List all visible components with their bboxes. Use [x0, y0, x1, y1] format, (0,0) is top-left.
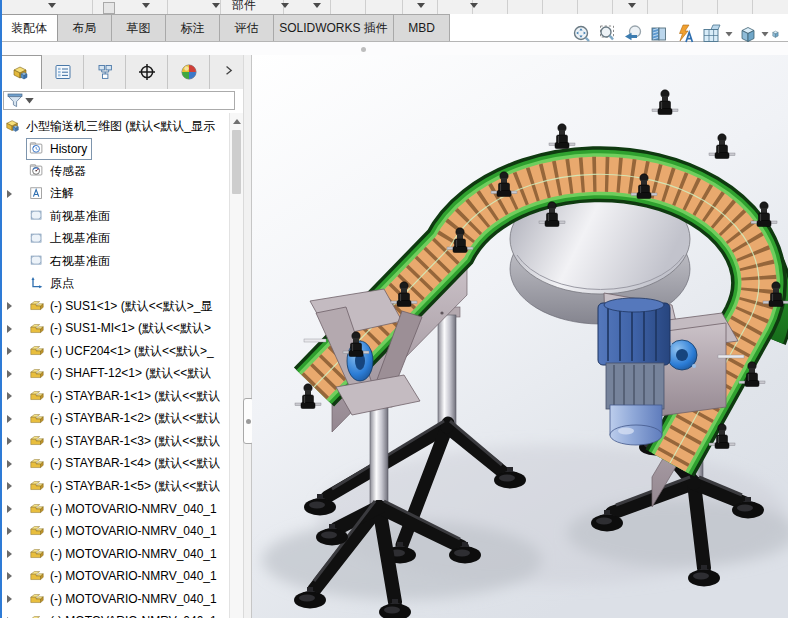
tree-item-content[interactable]: (-) UCF204<1> (默认<<默认>_ — [26, 340, 219, 362]
tree-item[interactable]: 传感器 — [0, 160, 230, 183]
section-view-button[interactable] — [646, 20, 672, 48]
expand-arrow-icon[interactable] — [7, 302, 12, 310]
tree-item[interactable]: (-) MOTOVARIO-NMRV_040_1 — [0, 610, 230, 618]
tree-item-content[interactable]: 小型输送机三维图 (默认<默认_显示 — [2, 115, 220, 137]
dropdown-caret-icon[interactable] — [628, 3, 636, 8]
conveyor-3d-scene[interactable] — [252, 55, 788, 618]
panel-tab-overflow[interactable] — [221, 55, 243, 89]
expand-arrow-icon[interactable] — [7, 370, 12, 378]
expand-arrow-icon[interactable] — [7, 572, 12, 580]
dropdown-caret-icon[interactable] — [48, 3, 56, 8]
tree-item[interactable]: (-) STAYBAR-1<2> (默认<<默认 — [0, 408, 230, 431]
tree-root-item[interactable]: 小型输送机三维图 (默认<默认_显示 — [0, 115, 230, 138]
previous-view-button[interactable] — [620, 20, 646, 48]
tree-item-content[interactable]: (-) MOTOVARIO-NMRV_040_1 — [26, 565, 222, 587]
tree-item-content[interactable]: (-) SUS1-MI<1> (默认<<默认> — [26, 318, 216, 340]
expand-arrow-icon[interactable] — [7, 550, 12, 558]
panel-tab-5[interactable] — [168, 55, 210, 89]
tree-item-content[interactable]: (-) SHAFT-12<1> (默认<<默认 — [26, 363, 216, 385]
tree-item[interactable]: (-) SHAFT-12<1> (默认<<默认 — [0, 363, 230, 386]
dropdown-caret-icon[interactable] — [417, 3, 425, 8]
tree-item-content[interactable]: (-) MOTOVARIO-NMRV_040_1 — [26, 543, 222, 565]
expand-arrow-icon[interactable] — [7, 347, 12, 355]
graphics-viewport[interactable] — [252, 55, 788, 618]
tree-item-content[interactable]: 前视基准面 — [26, 205, 115, 227]
clipped-toolbar-icon[interactable] — [103, 2, 115, 14]
ribbon-tab-7[interactable]: MBD — [393, 14, 450, 41]
tree-filter-input[interactable] — [3, 91, 235, 110]
panel-tab-2[interactable] — [42, 55, 84, 89]
tree-item-content[interactable]: 右视基准面 — [26, 250, 115, 272]
tree-item[interactable]: (-) MOTOVARIO-NMRV_040_1 — [0, 588, 230, 611]
component-button-label[interactable]: 部件 — [232, 0, 256, 14]
tree-item-content[interactable]: (-) STAYBAR-1<3> (默认<<默认 — [26, 430, 225, 452]
tree-item[interactable]: (-) MOTOVARIO-NMRV_040_1 — [0, 498, 230, 521]
ribbon-tab-1[interactable]: 装配体 — [0, 14, 58, 41]
tree-item-content[interactable]: History — [26, 138, 92, 160]
panel-splitter[interactable] — [243, 55, 252, 618]
expand-arrow-icon[interactable] — [7, 437, 12, 445]
expand-arrow-icon[interactable] — [7, 325, 12, 333]
tree-item-content[interactable]: 传感器 — [26, 160, 91, 182]
tree-item-content[interactable]: (-) STAYBAR-1<4> (默认<<默认 — [26, 453, 225, 475]
tree-item-content[interactable]: (-) MOTOVARIO-NMRV_040_1 — [26, 610, 222, 618]
tree-item[interactable]: (-) SUS1<1> (默认<<默认>_显 — [0, 295, 230, 318]
tree-item[interactable]: (-) STAYBAR-1<4> (默认<<默认 — [0, 453, 230, 476]
dropdown-caret-icon[interactable] — [281, 3, 289, 8]
tree-item-content[interactable]: 原点 — [26, 273, 79, 295]
tree-item[interactable]: (-) MOTOVARIO-NMRV_040_1 — [0, 520, 230, 543]
ribbon-tab-2[interactable]: 布局 — [57, 14, 112, 41]
tree-item[interactable]: (-) STAYBAR-1<1> (默认<<默认 — [0, 385, 230, 408]
tree-item-content[interactable]: (-) MOTOVARIO-NMRV_040_1 — [26, 498, 222, 520]
ribbon-tab-5[interactable]: 评估 — [219, 14, 274, 41]
ribbon-expand-handle[interactable] — [361, 47, 366, 52]
annotation-visibility-button[interactable] — [672, 20, 698, 48]
dropdown-caret-icon[interactable] — [212, 3, 220, 8]
tree-item[interactable]: 前视基准面 — [0, 205, 230, 228]
panel-tab-1[interactable] — [0, 55, 42, 89]
tree-item-content[interactable]: (-) STAYBAR-1<1> (默认<<默认 — [26, 385, 225, 407]
zoom-to-fit-button[interactable] — [568, 20, 594, 48]
tree-item-content[interactable]: (-) MOTOVARIO-NMRV_040_1 — [26, 520, 222, 542]
expand-arrow-icon[interactable] — [7, 505, 12, 513]
ribbon-tab-4[interactable]: 标注 — [165, 14, 220, 41]
dropdown-caret-icon[interactable] — [760, 20, 770, 48]
ribbon-tab-3[interactable]: 草图 — [111, 14, 166, 41]
tree-item[interactable]: (-) MOTOVARIO-NMRV_040_1 — [0, 565, 230, 588]
tree-item-content[interactable]: 上视基准面 — [26, 228, 115, 250]
scrollbar-up-arrow-icon[interactable] — [230, 115, 243, 127]
tree-item-content[interactable]: (-) SUS1<1> (默认<<默认>_显 — [26, 295, 217, 317]
tree-item[interactable]: 注解 — [0, 183, 230, 206]
expand-arrow-icon[interactable] — [7, 460, 12, 468]
expand-arrow-icon[interactable] — [7, 392, 12, 400]
scrollbar-thumb[interactable] — [232, 130, 241, 194]
panel-tab-4[interactable] — [126, 55, 168, 89]
clipped-edge-button[interactable] — [770, 20, 780, 48]
expand-arrow-icon[interactable] — [7, 527, 12, 535]
display-style-button[interactable] — [734, 20, 760, 48]
panel-tab-3[interactable] — [84, 55, 126, 89]
dropdown-caret-icon[interactable] — [470, 3, 478, 8]
tree-item[interactable]: (-) STAYBAR-1<3> (默认<<默认 — [0, 430, 230, 453]
tree-item[interactable]: (-) UCF204<1> (默认<<默认>_ — [0, 340, 230, 363]
tree-scrollbar[interactable] — [229, 113, 243, 618]
filter-dropdown-caret-icon[interactable] — [25, 98, 34, 104]
tree-item-content[interactable]: 注解 — [26, 183, 79, 205]
tree-item-content[interactable]: (-) STAYBAR-1<5> (默认<<默认 — [26, 475, 225, 497]
expand-arrow-icon[interactable] — [7, 415, 12, 423]
view-orientation-button[interactable] — [698, 20, 724, 48]
tree-item[interactable]: 上视基准面 — [0, 228, 230, 251]
tree-item[interactable]: 右视基准面 — [0, 250, 230, 273]
ribbon-tab-6[interactable]: SOLIDWORKS 插件 — [273, 14, 394, 41]
dropdown-caret-icon[interactable] — [313, 3, 321, 8]
tree-item[interactable]: (-) SUS1-MI<1> (默认<<默认> — [0, 318, 230, 341]
expand-arrow-icon[interactable] — [7, 482, 12, 490]
expand-arrow-icon[interactable] — [7, 190, 12, 198]
expand-arrow-icon[interactable] — [7, 595, 12, 603]
tree-item[interactable]: (-) STAYBAR-1<5> (默认<<默认 — [0, 475, 230, 498]
tree-item-content[interactable]: (-) STAYBAR-1<2> (默认<<默认 — [26, 408, 225, 430]
motor-fins[interactable] — [606, 363, 664, 409]
tree-item-content[interactable]: (-) MOTOVARIO-NMRV_040_1 — [26, 588, 222, 610]
dropdown-caret-icon[interactable] — [142, 3, 150, 8]
zoom-to-area-button[interactable] — [594, 20, 620, 48]
